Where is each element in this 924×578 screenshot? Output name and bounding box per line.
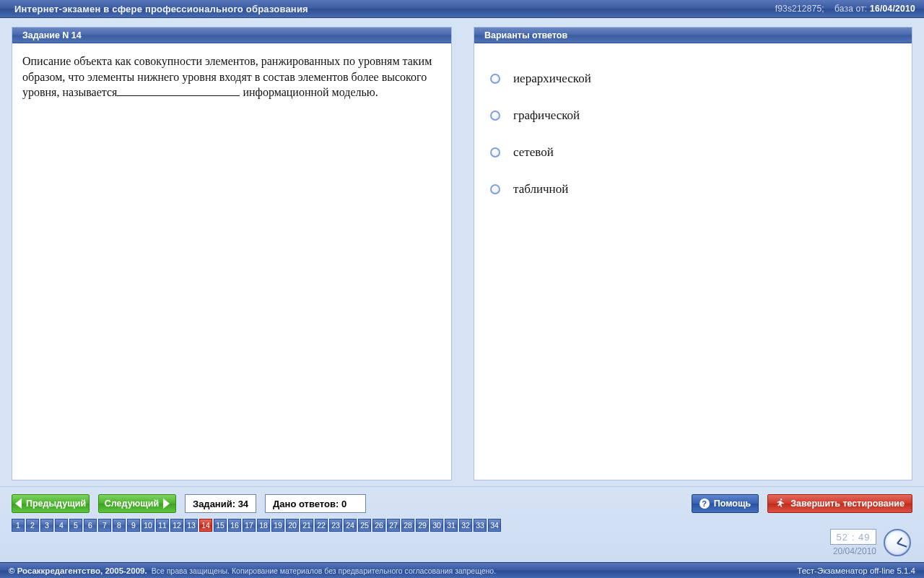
footer-note: Все права защищены. Копирование материал…	[152, 566, 798, 575]
answer-option[interactable]: сетевой	[484, 134, 902, 171]
pager-cell[interactable]: 10	[141, 519, 154, 532]
pager-cell[interactable]: 26	[372, 519, 385, 532]
answer-text: графической	[513, 108, 580, 124]
pager-cell[interactable]: 29	[416, 519, 429, 532]
answer-text: табличной	[513, 181, 568, 198]
answer-text: иерархической	[513, 71, 591, 87]
pager-cell[interactable]: 31	[445, 519, 458, 532]
pager-cell[interactable]: 6	[84, 519, 97, 532]
footer-copyright: © Росаккредагентство, 2005-2009.	[9, 566, 147, 575]
answer-option[interactable]: графической	[484, 98, 902, 134]
pager-cell[interactable]: 18	[257, 519, 270, 532]
radio-icon	[490, 74, 500, 84]
answer-text: сетевой	[513, 144, 554, 161]
current-date: 20/04/2010	[833, 546, 876, 556]
next-button[interactable]: Следующий	[98, 494, 176, 513]
answers-header: Варианты ответов	[474, 27, 912, 43]
session-id: f93s212875;	[775, 4, 824, 14]
help-button[interactable]: ? Помощь	[692, 494, 759, 513]
time-remaining: 52 : 49	[830, 529, 876, 545]
pager-cell[interactable]: 11	[156, 519, 169, 532]
finish-test-button[interactable]: Завершить тестирование	[767, 494, 912, 513]
title-bar: Интернет-экзамен в сфере профессионально…	[0, 0, 924, 18]
pager-cell[interactable]: 7	[98, 519, 111, 532]
pager-cell[interactable]: 15	[214, 519, 227, 532]
pager-cell[interactable]: 5	[69, 519, 82, 532]
answer-option[interactable]: табличной	[484, 171, 902, 208]
database-label: база от: 16/04/2010	[834, 4, 915, 14]
pager-cell[interactable]: 2	[26, 519, 39, 532]
footer-version: Тест-Экзаменатор off-line 5.1.4	[797, 566, 915, 575]
pager-cell[interactable]: 23	[329, 519, 342, 532]
pager-cell[interactable]: 22	[315, 519, 328, 532]
question-pager: 1234567891011121314151617181920212223242…	[12, 519, 912, 532]
answer-option[interactable]: иерархической	[484, 61, 902, 98]
answered-count-box: Дано ответов: 0	[265, 494, 366, 513]
footer-bar: © Росаккредагентство, 2005-2009. Все пра…	[0, 562, 924, 578]
radio-icon	[490, 147, 500, 158]
pager-cell[interactable]: 9	[127, 519, 140, 532]
pager-cell[interactable]: 30	[430, 519, 443, 532]
pager-cell[interactable]: 12	[170, 519, 183, 532]
pager-cell[interactable]: 1	[12, 519, 25, 532]
pager-cell[interactable]: 25	[358, 519, 371, 532]
pager-cell[interactable]: 14	[199, 519, 212, 532]
pager-cell[interactable]: 20	[286, 519, 299, 532]
pager-cell[interactable]: 24	[344, 519, 357, 532]
triangle-left-icon	[15, 499, 22, 509]
pager-cell[interactable]: 3	[40, 519, 53, 532]
total-questions-box: Заданий: 34	[185, 494, 256, 513]
radio-icon	[490, 184, 500, 194]
main-area: Задание N 14 Описание объекта как совоку…	[0, 18, 924, 486]
controls-row: Предыдущий Следующий Заданий: 34 Дано от…	[12, 494, 912, 513]
pager-cell[interactable]: 28	[401, 519, 414, 532]
answers-panel: Варианты ответов иерархическойграфическо…	[474, 27, 912, 480]
answers-body: иерархическойграфическойсетевойтабличной	[474, 43, 912, 480]
clock-icon	[884, 529, 911, 556]
clock-zone: 52 : 49 20/04/2010	[830, 529, 911, 556]
blank-line	[117, 95, 240, 96]
question-header: Задание N 14	[12, 27, 451, 43]
pager-cell[interactable]: 21	[300, 519, 313, 532]
pager-cell[interactable]: 27	[387, 519, 400, 532]
pager-cell[interactable]: 34	[488, 519, 501, 532]
pager-cell[interactable]: 16	[228, 519, 241, 532]
controls-bar: Предыдущий Следующий Заданий: 34 Дано от…	[0, 486, 924, 562]
radio-icon	[490, 111, 500, 121]
prev-button[interactable]: Предыдущий	[12, 494, 90, 513]
pager-cell[interactable]: 4	[55, 519, 68, 532]
app-title: Интернет-экзамен в сфере профессионально…	[14, 4, 775, 14]
pager-cell[interactable]: 19	[271, 519, 284, 532]
running-person-icon	[775, 497, 786, 510]
question-mark-icon: ?	[699, 499, 710, 509]
pager-cell[interactable]: 33	[474, 519, 487, 532]
pager-cell[interactable]: 13	[185, 519, 198, 532]
pager-cell[interactable]: 8	[113, 519, 126, 532]
question-panel: Задание N 14 Описание объекта как совоку…	[12, 27, 452, 480]
pager-cell[interactable]: 17	[243, 519, 256, 532]
answer-list: иерархическойграфическойсетевойтабличной	[484, 53, 902, 208]
pager-cell[interactable]: 32	[459, 519, 472, 532]
triangle-right-icon	[163, 499, 170, 509]
question-text: Описание объекта как совокупности элемен…	[12, 43, 451, 480]
